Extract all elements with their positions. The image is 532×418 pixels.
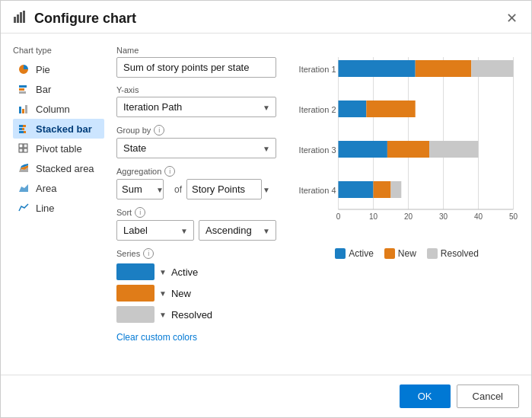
chart-type-stacked-bar[interactable]: Stacked bar: [13, 119, 104, 139]
svg-rect-19: [24, 148, 27, 152]
chart-icon: [13, 10, 27, 27]
chart-preview-panel: Iteration 1 Iteration 2 Iteration 3 Iter…: [288, 46, 519, 343]
agg-field-select[interactable]: Story Points: [186, 179, 262, 199]
groupby-label: Group by i: [116, 125, 276, 136]
bar-iter1-active: [339, 60, 416, 77]
name-label: Name: [116, 46, 276, 55]
aggregation-info-icon[interactable]: i: [164, 166, 175, 177]
bar-iter2-active: [339, 101, 367, 117]
sort-label: Sort i: [116, 207, 276, 218]
chart-type-stacked-area[interactable]: Stacked area: [13, 158, 104, 178]
pie-label: Pie: [36, 64, 50, 75]
aggregation-row: Sum Count Avg ▼ of Story Points ▼: [116, 179, 276, 199]
series-resolved-chevron[interactable]: ▼: [159, 311, 167, 319]
yaxis-select-wrapper: Iteration Path ▼: [116, 97, 276, 117]
series-item-resolved: ▼ Resolved: [116, 306, 276, 323]
svg-rect-5: [19, 88, 24, 91]
chart-type-bar[interactable]: Bar: [13, 79, 104, 99]
series-item-new: ▼ New: [116, 285, 276, 302]
agg-field-chevron: ▼: [263, 185, 270, 193]
chart-type-column[interactable]: Column: [13, 99, 104, 119]
svg-rect-17: [24, 144, 27, 148]
clear-colors-link[interactable]: Clear custom colors: [116, 332, 197, 343]
cancel-button[interactable]: Cancel: [457, 384, 519, 408]
svg-text:20: 20: [404, 212, 413, 221]
sort-info-icon[interactable]: i: [135, 207, 145, 218]
chart-type-list: Pie Bar: [13, 59, 104, 218]
svg-rect-2: [20, 12, 22, 23]
series-color-new[interactable]: [116, 285, 155, 302]
sort-dir-select[interactable]: Ascending Descending: [199, 220, 276, 241]
groupby-info-icon[interactable]: i: [154, 125, 164, 136]
series-new-chevron[interactable]: ▼: [159, 289, 167, 298]
chart-type-pie[interactable]: Pie: [13, 59, 104, 79]
chart-svg: Iteration 1 Iteration 2 Iteration 3 Iter…: [295, 46, 519, 244]
y-label-iteration1: Iteration 1: [299, 65, 336, 74]
groupby-select[interactable]: State: [116, 138, 276, 158]
ok-button[interactable]: OK: [400, 384, 451, 408]
area-label: Area: [36, 183, 56, 194]
yaxis-select[interactable]: Iteration Path: [116, 97, 276, 117]
pivot-icon: [18, 142, 30, 155]
bar-iter3-new: [387, 141, 429, 158]
svg-text:40: 40: [474, 212, 483, 221]
bar-iter4-resolved: [391, 181, 402, 198]
agg-func-wrapper: Sum Count Avg ▼: [116, 179, 170, 199]
svg-rect-4: [19, 85, 27, 88]
sort-row: Label ▼ Ascending Descending ▼: [116, 220, 276, 241]
stacked-area-icon: [18, 162, 30, 174]
dialog-footer: OK Cancel: [1, 375, 531, 417]
legend-new: New: [384, 248, 416, 259]
svg-rect-0: [14, 17, 16, 23]
series-color-resolved[interactable]: [116, 306, 155, 323]
svg-rect-16: [19, 144, 23, 148]
svg-rect-8: [22, 109, 24, 113]
y-label-iteration4: Iteration 4: [299, 186, 336, 195]
bar-iter3-resolved: [429, 141, 478, 158]
chart-type-label: Chart type: [13, 46, 104, 55]
dialog-body: Chart type Pie B: [1, 34, 531, 355]
legend-active: Active: [335, 248, 374, 259]
column-chart-icon: [18, 103, 30, 115]
bar-iter1-resolved: [471, 60, 513, 77]
area-icon: [18, 182, 30, 194]
svg-rect-3: [23, 11, 25, 23]
svg-rect-6: [19, 91, 26, 94]
close-button[interactable]: ✕: [502, 8, 522, 28]
agg-func-select[interactable]: Sum Count Avg: [116, 179, 164, 199]
chart-legend: Active New Resolved: [295, 248, 519, 259]
bar-iter4-active: [339, 181, 374, 198]
series-info-icon[interactable]: i: [143, 248, 154, 259]
legend-active-label: Active: [349, 248, 374, 259]
series-color-active[interactable]: [116, 263, 155, 280]
svg-rect-1: [17, 14, 19, 23]
series-new-name: New: [171, 288, 191, 299]
chart-type-area[interactable]: Area: [13, 178, 104, 198]
svg-rect-15: [24, 131, 26, 133]
sort-by-select[interactable]: Label: [116, 220, 194, 241]
line-icon: [18, 202, 30, 214]
bar-chart-icon: [18, 83, 30, 95]
stacked-bar-icon: [18, 123, 30, 135]
bar-label: Bar: [36, 84, 51, 95]
chart-type-pivot[interactable]: Pivot table: [13, 139, 104, 158]
aggregation-label: Aggregation i: [116, 166, 276, 177]
svg-rect-9: [25, 105, 27, 113]
pie-chart-icon: [18, 63, 30, 75]
series-active-chevron[interactable]: ▼: [159, 268, 167, 276]
svg-rect-14: [19, 131, 24, 133]
bar-iter4-new: [374, 181, 391, 198]
yaxis-label: Y-axis: [116, 85, 276, 94]
svg-text:50: 50: [509, 212, 518, 221]
stacked-bar-label: Stacked bar: [36, 123, 92, 135]
name-input[interactable]: [116, 57, 276, 78]
legend-color-new: [384, 248, 395, 259]
svg-rect-11: [23, 125, 26, 127]
y-label-iteration3: Iteration 3: [299, 145, 336, 155]
svg-text:30: 30: [439, 212, 448, 221]
chart-type-line[interactable]: Line: [13, 198, 104, 218]
series-resolved-name: Resolved: [171, 309, 212, 321]
pivot-label: Pivot table: [36, 143, 82, 155]
groupby-select-wrapper: State ▼: [116, 138, 276, 158]
agg-field-wrapper: Story Points ▼: [186, 179, 276, 199]
